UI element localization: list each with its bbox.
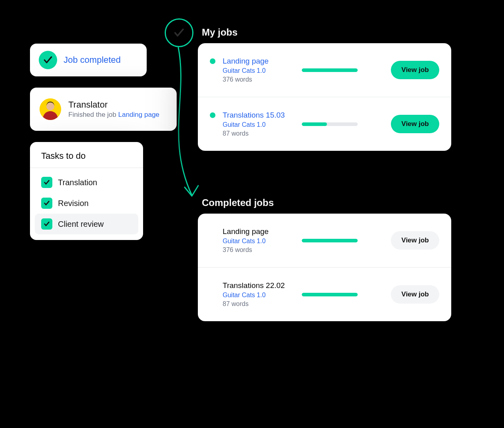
job-word-count: 376 words <box>223 246 295 254</box>
job-word-count: 376 words <box>223 76 295 83</box>
view-job-button[interactable]: View job <box>391 231 439 250</box>
job-project-link[interactable]: Guitar Cats 1.0 <box>223 67 295 74</box>
check-circle-icon <box>165 18 193 47</box>
job-project-link[interactable]: Guitar Cats 1.0 <box>223 121 295 128</box>
job-info: Landing pageGuitar Cats 1.0376 words <box>223 57 295 83</box>
job-row: Landing pageGuitar Cats 1.0376 wordsView… <box>198 214 451 268</box>
job-row: Translations 22.02Guitar Cats 1.087 word… <box>198 268 451 321</box>
status-dot-icon <box>210 112 215 118</box>
panel-my-jobs: Landing pageGuitar Cats 1.0376 wordsView… <box>198 43 451 151</box>
progress-bar <box>302 293 358 296</box>
job-title: Translations 22.02 <box>223 281 295 290</box>
progress-bar <box>302 68 358 72</box>
job-project-link[interactable]: Guitar Cats 1.0 <box>223 238 295 245</box>
task-item[interactable]: Client review <box>35 214 138 234</box>
tasks-heading: Tasks to do <box>30 142 143 168</box>
task-item[interactable]: Revision <box>35 193 138 214</box>
svg-point-1 <box>46 102 54 110</box>
card-translator: Translator Finished the job Landing page <box>30 88 177 131</box>
job-row: Translations 15.03Guitar Cats 1.087 word… <box>198 97 451 151</box>
job-completed-label: Job completed <box>64 55 121 65</box>
status-dot-icon <box>210 58 215 64</box>
translator-subtitle: Finished the job Landing page <box>68 111 159 119</box>
card-tasks: Tasks to do TranslationRevisionClient re… <box>30 142 143 240</box>
checkbox-icon[interactable] <box>41 218 52 230</box>
view-job-button[interactable]: View job <box>391 285 439 304</box>
translator-title: Translator <box>68 100 159 110</box>
check-icon <box>39 51 57 69</box>
job-row: Landing pageGuitar Cats 1.0376 wordsView… <box>198 43 451 97</box>
progress-bar <box>302 122 358 126</box>
panel-completed: Landing pageGuitar Cats 1.0376 wordsView… <box>198 214 451 321</box>
section-heading-completed: Completed jobs <box>202 197 274 208</box>
task-label: Revision <box>58 199 89 208</box>
progress-bar <box>302 239 358 242</box>
task-label: Client review <box>58 220 104 229</box>
job-title: Landing page <box>223 227 295 236</box>
job-info: Landing pageGuitar Cats 1.0376 words <box>223 227 295 254</box>
job-project-link[interactable]: Guitar Cats 1.0 <box>223 292 295 299</box>
task-label: Translation <box>58 178 97 187</box>
view-job-button[interactable]: View job <box>391 115 439 133</box>
job-word-count: 87 words <box>223 130 295 137</box>
job-title[interactable]: Translations 15.03 <box>223 111 295 120</box>
card-job-completed: Job completed <box>30 44 147 76</box>
checkbox-icon[interactable] <box>41 198 52 209</box>
section-heading-my-jobs: My jobs <box>202 27 237 38</box>
job-title[interactable]: Landing page <box>223 57 295 66</box>
job-info: Translations 22.02Guitar Cats 1.087 word… <box>223 281 295 308</box>
translator-job-link[interactable]: Landing page <box>118 111 159 118</box>
checkbox-icon[interactable] <box>41 177 52 188</box>
task-item[interactable]: Translation <box>35 172 138 193</box>
avatar <box>40 98 61 120</box>
job-info: Translations 15.03Guitar Cats 1.087 word… <box>223 111 295 137</box>
job-word-count: 87 words <box>223 300 295 308</box>
view-job-button[interactable]: View job <box>391 61 439 79</box>
